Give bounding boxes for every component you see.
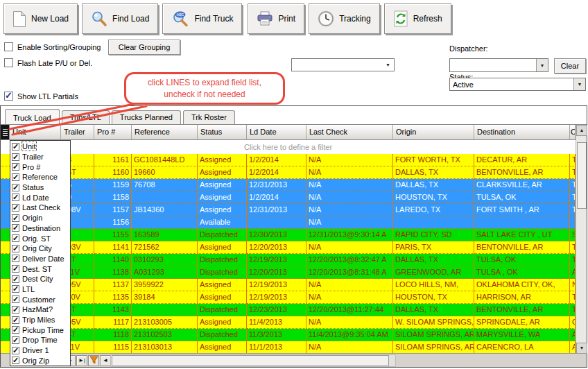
table-row[interactable]: 111V1115213103013Assigned11/1/2013N/ASIL…: [1, 341, 587, 354]
cell-last-check[interactable]: N/A: [306, 204, 393, 216]
cell-next[interactable]: [570, 216, 576, 229]
cell-pro[interactable]: 1115: [94, 341, 132, 354]
field-list-item-orig-st[interactable]: Orig. ST: [10, 233, 70, 243]
checkbox-box[interactable]: [12, 326, 19, 334]
cell-origin[interactable]: HOUSTON, TX: [393, 191, 474, 204]
table-row[interactable]: 105V11373959922Assigned12/19/2013N/ALOCO…: [1, 279, 587, 291]
field-list-item-dest-st[interactable]: Dest. ST: [10, 264, 70, 274]
print-button[interactable]: Print: [248, 3, 304, 34]
cell-pro[interactable]: 1135: [94, 291, 132, 304]
checkbox-box[interactable]: [12, 173, 19, 181]
scroll-left-button[interactable]: ◄: [100, 355, 111, 366]
cell-status[interactable]: Dispatched: [198, 266, 247, 279]
cell-last-check[interactable]: N/A: [306, 279, 393, 291]
cell-origin[interactable]: HOUSTON, TX: [393, 291, 474, 304]
chevron-down-icon[interactable]: ▼: [573, 78, 585, 90]
cell-origin[interactable]: SILOAM SPRINGS, AR: [393, 329, 474, 341]
cell-pro[interactable]: 1137: [94, 279, 132, 291]
table-row[interactable]: 35T11400310293Dispatched12/19/201312/20/…: [1, 254, 587, 266]
cell-destination[interactable]: BENTONVILLE, AR: [474, 304, 570, 316]
field-list-item-pickup-time[interactable]: Pickup Time: [10, 325, 70, 335]
checkbox-box[interactable]: [12, 275, 19, 283]
cell-reference[interactable]: 213103013: [132, 341, 198, 354]
cell-next[interactable]: T: [570, 166, 576, 179]
dispatcher-combo[interactable]: ▼: [449, 58, 548, 72]
column-header-pro[interactable]: Pro #: [94, 125, 132, 140]
cell-destination[interactable]: [474, 216, 570, 229]
cell-next[interactable]: A: [570, 341, 576, 354]
cell-ld-date[interactable]: 11/3/2013: [247, 329, 306, 341]
field-list-item-pro[interactable]: Pro #: [10, 162, 70, 172]
cell-next[interactable]: S: [570, 229, 576, 241]
cell-destination[interactable]: SPRINGDALE, AR: [474, 316, 570, 329]
cell-status[interactable]: Assigned: [198, 166, 247, 179]
cell-destination[interactable]: CLARKSVILLE, AR: [474, 179, 570, 191]
cell-pro[interactable]: 1118: [94, 329, 132, 341]
field-list-item-driver-1[interactable]: Driver 1: [10, 345, 70, 356]
cell-reference[interactable]: 76708: [132, 179, 198, 191]
cell-pro[interactable]: 1155: [94, 229, 132, 241]
cell-last-check[interactable]: N/A: [306, 179, 393, 191]
table-row[interactable]: 110V113539184Assigned12/19/2013N/AHOUSTO…: [1, 291, 587, 304]
vertical-scrollbar[interactable]: ▲ ▼: [576, 125, 587, 354]
cell-status[interactable]: Assigned: [198, 191, 247, 204]
cell-status[interactable]: Assigned: [198, 154, 247, 166]
cell-status[interactable]: Dispatched: [198, 254, 247, 266]
cell-last-check[interactable]: N/A: [306, 341, 393, 354]
clear-grouping-button[interactable]: Clear Grouping: [108, 40, 180, 55]
field-list-item-orig-city[interactable]: Orig City: [10, 243, 70, 254]
cell-status[interactable]: Assigned: [198, 341, 247, 354]
cell-next[interactable]: T: [570, 179, 576, 191]
checkbox-box[interactable]: [12, 245, 19, 252]
cell-last-check[interactable]: N/A: [306, 316, 393, 329]
cell-reference[interactable]: GC1081448LD: [132, 154, 198, 166]
table-row[interactable]: 431161GC1081448LDAssigned1/2/2014N/AFORT…: [1, 154, 587, 166]
cell-reference[interactable]: [132, 216, 198, 229]
new-load-button[interactable]: New Load: [3, 3, 78, 34]
table-row[interactable]: 46T116019660Assigned1/2/2014N/ADALLAS, T…: [1, 166, 587, 179]
cell-ld-date[interactable]: 12/31/2013: [247, 179, 306, 191]
cell-origin[interactable]: LOCO HILLS, NM,: [393, 279, 474, 291]
checkbox-box[interactable]: [12, 316, 19, 324]
find-load-button[interactable]: Find Load: [82, 3, 158, 34]
cell-reference[interactable]: 3959922: [132, 279, 198, 291]
checkbox-box[interactable]: [12, 347, 19, 354]
cell-pro[interactable]: 1140: [94, 254, 132, 266]
cell-pro[interactable]: 1160: [94, 166, 132, 179]
chevron-down-icon[interactable]: ▼: [536, 59, 548, 71]
cell-origin[interactable]: GREENWOOD, AR: [393, 266, 474, 279]
cell-status[interactable]: Dispatched: [198, 304, 247, 316]
cell-pro[interactable]: 1117: [94, 316, 132, 329]
cell-origin[interactable]: DALLAS, TX: [393, 304, 474, 316]
cell-origin[interactable]: DALLAS, TX: [393, 179, 474, 191]
field-list-item-orig-zip[interactable]: Orig Zip: [10, 355, 70, 366]
chevron-down-icon[interactable]: ▼: [382, 62, 394, 67]
checkbox-box[interactable]: [12, 285, 19, 293]
checkbox-box[interactable]: [4, 58, 13, 67]
column-header-last-check[interactable]: Last Check: [306, 125, 393, 140]
cell-destination[interactable]: OKLAHOMA CITY, OK,: [474, 279, 570, 291]
field-list-item-ld-date[interactable]: Ld Date: [10, 192, 70, 203]
cell-status[interactable]: Assigned: [198, 291, 247, 304]
cell-ld-date[interactable]: 11/4/2013: [247, 316, 306, 329]
checkbox-box[interactable]: [4, 92, 13, 101]
cell-last-check[interactable]: 11/4/2013@9:35:04 AM: [306, 329, 393, 341]
cell-reference[interactable]: A031293: [132, 266, 198, 279]
filter-button[interactable]: [88, 355, 99, 366]
field-list-item-origin[interactable]: Origin: [10, 213, 70, 223]
field-list-item-deliver-date[interactable]: Deliver Date: [10, 254, 70, 264]
table-row[interactable]: 44T1118213102503Dispatched11/3/201311/4/…: [1, 329, 587, 341]
cell-pro[interactable]: 1156: [94, 216, 132, 229]
cell-destination[interactable]: HARRISON, AR: [474, 291, 570, 304]
table-row[interactable]: 105V1117213103005Assigned11/4/2013N/AW. …: [1, 316, 587, 329]
cell-next[interactable]: T: [570, 304, 576, 316]
lines-icon[interactable]: [1, 125, 10, 140]
column-header-unit[interactable]: Unit: [10, 125, 61, 140]
cell-ld-date[interactable]: 12/30/2013: [247, 229, 306, 241]
column-header-status[interactable]: Status: [198, 125, 247, 140]
cell-origin[interactable]: SILOAM SPRINGS, AR: [393, 341, 474, 354]
cell-ld-date[interactable]: 1/2/2014: [247, 166, 306, 179]
cell-reference[interactable]: [132, 191, 198, 204]
cell-destination[interactable]: DECATUR, AR: [474, 154, 570, 166]
cell-origin[interactable]: FORT WORTH, TX: [393, 154, 474, 166]
